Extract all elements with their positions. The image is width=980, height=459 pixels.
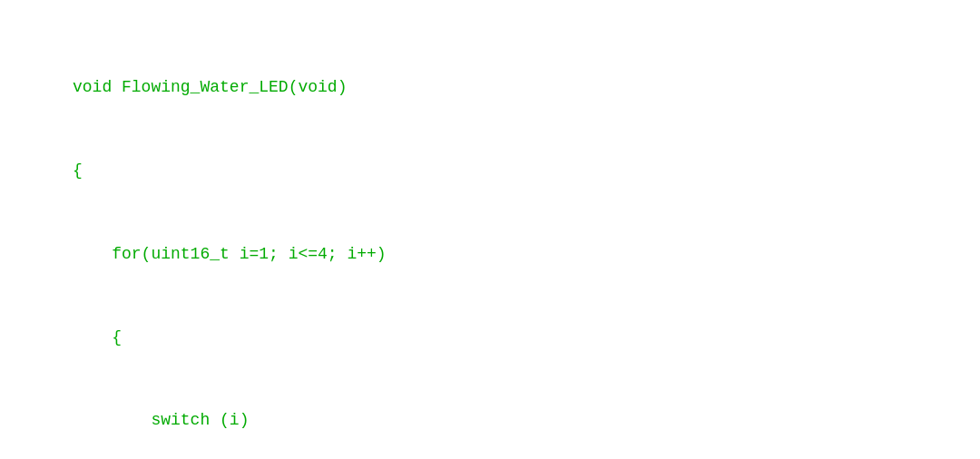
code-line-5: switch (i): [73, 406, 980, 435]
code-line-4: {: [73, 324, 980, 352]
code-editor: void Flowing_Water_LED(void) { for(uint1…: [0, 0, 980, 459]
code-line-1: void Flowing_Water_LED(void): [73, 73, 980, 102]
code-content: void Flowing_Water_LED(void) { for(uint1…: [73, 18, 980, 459]
code-line-2: {: [73, 157, 980, 185]
code-line-3: for(uint16_t i=1; i<=4; i++): [73, 240, 980, 269]
